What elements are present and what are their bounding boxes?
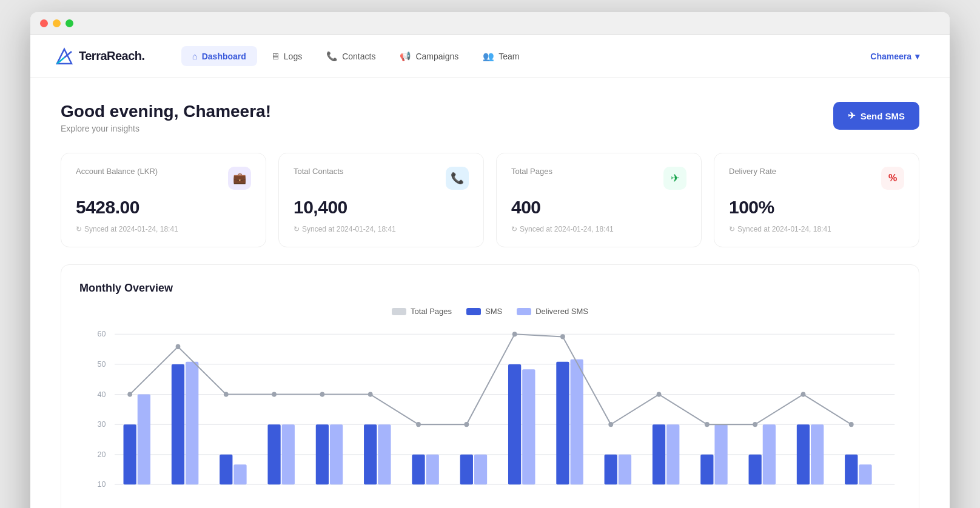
- stat-card-header-3: Total Pages ✈: [511, 167, 686, 190]
- stat-icon-phone: 📞: [446, 167, 469, 190]
- svg-point-62: [849, 422, 854, 427]
- chevron-down-icon: ▾: [915, 52, 919, 61]
- close-button[interactable]: [40, 19, 48, 27]
- send-icon: ✈: [848, 110, 856, 121]
- svg-text:10: 10: [98, 480, 106, 489]
- svg-rect-17: [172, 364, 184, 484]
- stat-sync-text-1: Synced at 2024-01-24, 18:41: [84, 225, 178, 233]
- nav-item-team[interactable]: 👥 Team: [472, 46, 530, 67]
- svg-rect-19: [220, 455, 232, 485]
- chart-section: Monthly Overview Total Pages SMS Deliver…: [61, 264, 919, 508]
- svg-rect-31: [508, 364, 521, 484]
- legend-dot-purple: [517, 308, 531, 315]
- logo[interactable]: TerraReach.: [55, 47, 145, 66]
- svg-point-48: [176, 344, 181, 349]
- svg-text:50: 50: [98, 359, 106, 369]
- legend-delivered-sms: Delivered SMS: [517, 307, 588, 316]
- svg-rect-26: [378, 424, 391, 484]
- nav-links: ⌂ Dashboard 🖥 Logs 📞 Contacts 📢 Campaign…: [181, 46, 865, 67]
- svg-rect-22: [282, 424, 295, 484]
- nav-item-campaigns[interactable]: 📢 Campaigns: [389, 46, 469, 67]
- svg-point-49: [224, 392, 229, 396]
- svg-rect-32: [522, 369, 535, 484]
- navbar: TerraReach. ⌂ Dashboard 🖥 Logs 📞 Contact…: [30, 35, 950, 78]
- svg-point-61: [801, 392, 806, 396]
- stat-card-header-4: Delivery Rate %: [729, 167, 904, 190]
- svg-rect-16: [138, 395, 150, 485]
- svg-text:20: 20: [98, 449, 106, 458]
- nav-item-logs[interactable]: 🖥 Logs: [260, 46, 313, 66]
- stat-sync-text-2: Synced at 2024-01-24, 18:41: [302, 225, 396, 233]
- stat-label-2: Total Contacts: [294, 167, 343, 176]
- svg-rect-20: [233, 464, 246, 484]
- stat-icon-wallet: 💼: [228, 167, 251, 190]
- legend-dot-gray: [392, 308, 406, 315]
- user-menu-button[interactable]: Chameera ▾: [864, 48, 925, 65]
- svg-text:40: 40: [98, 389, 106, 398]
- svg-text:30: 30: [98, 419, 106, 429]
- svg-rect-27: [412, 455, 425, 485]
- svg-point-54: [464, 422, 469, 427]
- svg-rect-37: [653, 424, 665, 484]
- stat-sync-3: ↻ Synced at 2024-01-24, 18:41: [511, 225, 686, 233]
- nav-label-team: Team: [498, 52, 519, 61]
- nav-label-logs: Logs: [284, 52, 302, 61]
- svg-rect-23: [316, 424, 329, 484]
- svg-rect-40: [714, 424, 727, 484]
- legend-total-pages: Total Pages: [392, 307, 452, 316]
- megaphone-icon: 📢: [400, 51, 411, 62]
- titlebar: [30, 12, 950, 35]
- svg-rect-33: [556, 362, 569, 485]
- stat-card-total-contacts: Total Contacts 📞 10,400 ↻ Synced at 2024…: [278, 153, 484, 247]
- greeting-heading: Good evening, Chameera!: [61, 102, 271, 121]
- svg-rect-35: [605, 455, 617, 485]
- svg-rect-15: [124, 424, 136, 484]
- svg-point-57: [608, 422, 613, 427]
- stat-card-header-2: Total Contacts 📞: [294, 167, 469, 190]
- minimize-button[interactable]: [53, 19, 61, 27]
- page-header: Good evening, Chameera! Explore your ins…: [61, 102, 919, 133]
- sync-icon-2: ↻: [294, 225, 300, 233]
- chart-svg: 60 50 40 30 20 10: [79, 328, 901, 508]
- svg-rect-30: [474, 455, 487, 485]
- svg-rect-21: [267, 424, 280, 484]
- svg-point-53: [416, 422, 421, 427]
- nav-label-campaigns: Campaigns: [415, 52, 458, 61]
- stat-sync-2: ↻ Synced at 2024-01-24, 18:41: [294, 225, 469, 233]
- greeting: Good evening, Chameera! Explore your ins…: [61, 102, 271, 133]
- svg-point-55: [512, 332, 517, 336]
- legend-label-delivered-sms: Delivered SMS: [535, 307, 588, 316]
- stat-cards: Account Balance (LKR) 💼 5428.00 ↻ Synced…: [61, 153, 919, 247]
- svg-text:60: 60: [98, 329, 106, 338]
- stat-sync-1: ↻ Synced at 2024-01-24, 18:41: [76, 225, 251, 233]
- svg-rect-46: [859, 464, 871, 484]
- send-sms-button[interactable]: ✈ Send SMS: [833, 102, 919, 130]
- legend-label-total-pages: Total Pages: [411, 307, 452, 316]
- svg-point-51: [320, 392, 325, 396]
- stat-sync-text-4: Synced at 2024-01-24, 18:41: [737, 225, 831, 233]
- svg-rect-28: [426, 455, 439, 485]
- maximize-button[interactable]: [65, 19, 73, 27]
- nav-label-dashboard: Dashboard: [202, 52, 246, 61]
- svg-point-59: [705, 422, 710, 427]
- team-icon: 👥: [483, 51, 494, 62]
- stat-icon-percent: %: [881, 167, 904, 190]
- svg-rect-25: [364, 424, 377, 484]
- stat-value-4: 100%: [729, 197, 904, 218]
- stat-label-3: Total Pages: [511, 167, 552, 176]
- svg-rect-34: [570, 359, 583, 485]
- sync-icon-3: ↻: [511, 225, 517, 233]
- nav-item-dashboard[interactable]: ⌂ Dashboard: [181, 46, 257, 66]
- stat-value-1: 5428.00: [76, 197, 251, 218]
- stat-card-account-balance: Account Balance (LKR) 💼 5428.00 ↻ Synced…: [61, 153, 266, 247]
- stat-icon-send: ✈: [663, 167, 686, 190]
- nav-right: Chameera ▾: [864, 48, 925, 65]
- stat-label-1: Account Balance (LKR): [76, 167, 158, 176]
- send-sms-label: Send SMS: [861, 111, 905, 121]
- greeting-subtext: Explore your insights: [61, 124, 271, 133]
- svg-rect-29: [460, 455, 473, 485]
- nav-item-contacts[interactable]: 📞 Contacts: [315, 46, 386, 67]
- stat-card-header-1: Account Balance (LKR) 💼: [76, 167, 251, 190]
- stat-label-4: Delivery Rate: [729, 167, 776, 176]
- sync-icon-1: ↻: [76, 225, 82, 233]
